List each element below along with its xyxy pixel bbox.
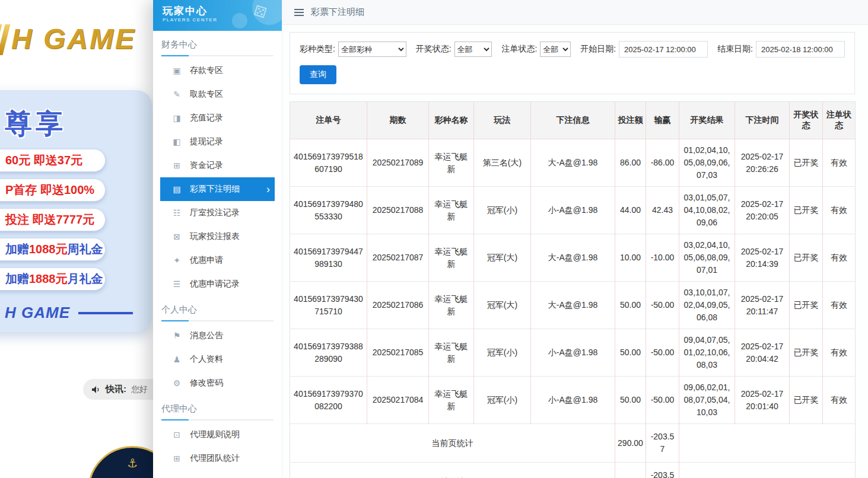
table-cell: 50.00 <box>615 282 646 329</box>
sidebar-item-agent-team[interactable]: ⊞代理团队统计 <box>160 447 275 470</box>
table-cell: 03,10,01,07,02,04,09,05,06,08 <box>679 282 735 329</box>
summary-empty-cell <box>679 463 856 478</box>
table-cell: -86.00 <box>646 139 679 187</box>
table-cell: 42.43 <box>646 187 679 234</box>
announcement-bell-icon: ⚑ <box>171 331 183 340</box>
start-date-input[interactable] <box>619 41 708 58</box>
main-panel: 彩票下注明细 彩种类型: 全部彩种 开奖状态: 全部 注单状态: <box>282 0 868 478</box>
search-button[interactable]: 查询 <box>300 65 336 84</box>
table-cell: 2025-02-17 20:14:39 <box>735 234 790 282</box>
sidebar-item-label: 彩票下注明细 <box>190 184 240 195</box>
table-cell: 幸运飞艇新 <box>429 234 474 282</box>
table-cell: 401569173979388289090 <box>290 329 367 377</box>
profile-icon: ♟ <box>171 355 183 364</box>
bet-table: 注单号期数彩种名称玩法下注信息投注额输赢开奖结果下注时间开奖状态注单状态 401… <box>290 101 856 478</box>
table-cell: 20250217086 <box>367 282 429 329</box>
sidebar-item-deposit-card[interactable]: ▣存款专区 <box>160 59 275 82</box>
table-cell: 50.00 <box>615 329 646 377</box>
table-cell: 第三名(大) <box>474 139 531 187</box>
table-cell: 03,02,04,10,05,06,08,09,07,01 <box>679 234 735 282</box>
table-cell: 小-A盘@1.98 <box>531 329 615 377</box>
table-cell: 20250217087 <box>367 234 429 282</box>
table-cell: -50.00 <box>646 377 679 424</box>
promo-pill-text: 加赠 <box>5 272 29 285</box>
table-header-cell: 下注信息 <box>531 102 615 139</box>
sidebar-item-label: 个人资料 <box>190 354 223 365</box>
promo-pill-text: 60元 即送37元 <box>5 154 82 167</box>
player-center-subtitle: PLAYERS CENTER <box>163 17 282 23</box>
table-cell: 有效 <box>823 377 856 424</box>
sidebar-item-label: 优惠申请 <box>190 255 223 266</box>
room-bets-icon: ☷ <box>171 208 183 218</box>
sidebar-item-agent-rules[interactable]: ⊡代理规则说明 <box>160 423 275 447</box>
table-cell: 冠军(大) <box>474 234 531 282</box>
player-report-icon: ⊠ <box>171 232 183 241</box>
menu-hamburger-icon[interactable] <box>294 9 304 16</box>
table-cell: 有效 <box>823 234 856 282</box>
sidebar-item-promo-record[interactable]: ☰优惠申请记录 <box>160 272 275 296</box>
sidebar-item-funds-record[interactable]: ⊞资金记录 <box>160 154 275 177</box>
table-cell: 401569173979430715710 <box>290 282 367 329</box>
sidebar-item-player-report[interactable]: ⊠玩家投注报表 <box>160 225 275 248</box>
lottery-type-label: 彩种类型: <box>300 44 335 55</box>
sidebar-item-label: 提现记录 <box>190 136 223 147</box>
table-cell: 已开奖 <box>790 139 823 187</box>
agent-team-icon: ⊞ <box>171 454 183 463</box>
filter-row: 彩种类型: 全部彩种 开奖状态: 全部 注单状态: 全部 开始日期: <box>300 41 845 58</box>
sidebar-sections: 财务中心▣存款专区✎取款专区◨充值记录◧提现记录⊞资金记录▤彩票下注明细›☷厅室… <box>153 39 282 470</box>
table-cell: 有效 <box>823 139 856 187</box>
end-date-input[interactable] <box>756 41 845 58</box>
table-cell: 20250217084 <box>367 377 429 424</box>
chevron-right-icon: › <box>266 184 270 195</box>
table-header-cell: 玩法 <box>474 102 531 139</box>
sidebar-item-lottery-bets[interactable]: ▤彩票下注明细› <box>160 177 275 201</box>
promo-headline: 尊享 <box>5 106 152 142</box>
sidebar-item-promo-apply[interactable]: ✦优惠申请 <box>160 248 275 272</box>
sidebar-item-password-gear[interactable]: ⚙修改密码 <box>160 371 275 395</box>
sidebar-item-label: 代理规则说明 <box>190 429 240 440</box>
sidebar-section-title: 代理中心 <box>161 403 274 420</box>
promo-pill-text: 1888元 <box>29 272 68 285</box>
promo-pill-list: 60元 即送37元P首存 即送100%投注 即送7777元加赠1088元周礼金加… <box>5 149 152 291</box>
lottery-type-select[interactable]: 全部彩种 <box>338 42 406 57</box>
table-header-cell: 输赢 <box>646 102 679 139</box>
draw-status-select[interactable]: 全部 <box>454 42 492 57</box>
player-center-sidebar: ⚄ 玩家中心 PLAYERS CENTER 财务中心▣存款专区✎取款专区◨充值记… <box>153 0 282 478</box>
sidebar-item-room-bets[interactable]: ☷厅室投注记录 <box>160 201 275 225</box>
summary-bet-total-cell: 290.00 <box>615 424 646 463</box>
sidebar-item-recharge-record[interactable]: ◨充值记录 <box>160 106 275 130</box>
sidebar-item-cashout-record[interactable]: ◧提现记录 <box>160 130 275 154</box>
speaker-icon <box>91 385 101 394</box>
table-cell: 已开奖 <box>790 234 823 282</box>
logo-bars-decoration <box>0 24 10 55</box>
table-cell: 401569173979370082200 <box>290 377 367 424</box>
table-cell: 有效 <box>823 187 856 234</box>
order-status-select[interactable]: 全部 <box>540 42 571 57</box>
table-cell: -50.00 <box>646 282 679 329</box>
bet-table-wrap: 注单号期数彩种名称玩法下注信息投注额输赢开奖结果下注时间开奖状态注单状态 401… <box>290 101 855 478</box>
sidebar-item-label: 修改密码 <box>190 378 223 388</box>
sidebar-item-label: 取款专区 <box>190 89 223 100</box>
sidebar-item-profile[interactable]: ♟个人资料 <box>160 348 275 371</box>
end-date-label: 结束日期: <box>717 44 753 55</box>
promo-pill: 投注 即送7777元 <box>0 208 106 231</box>
table-cell: 冠军(小) <box>474 377 531 424</box>
withdraw-pen-icon: ✎ <box>171 90 183 99</box>
promo-pill: P首存 即送100% <box>0 179 106 202</box>
bet-table-body: 40156917397951860719020250217089幸运飞艇新第三名… <box>290 139 856 478</box>
table-header-cell: 下注时间 <box>735 102 790 139</box>
promo-apply-icon: ✦ <box>171 256 183 265</box>
table-cell: 幸运飞艇新 <box>429 187 474 234</box>
table-cell: 401569173979447989130 <box>290 234 367 282</box>
table-cell: 大-A盘@1.98 <box>531 282 615 329</box>
ticker-label: 快讯: <box>106 384 126 395</box>
sidebar-item-announcement-bell[interactable]: ⚑消息公告 <box>160 324 275 348</box>
sidebar-section-title: 个人中心 <box>161 304 274 321</box>
table-cell: 小-A盘@1.98 <box>531 377 615 424</box>
promo-pill: 加赠1888元月礼金 <box>0 267 106 291</box>
promo-pill-text: 投注 即送7777元 <box>5 213 94 226</box>
sidebar-item-withdraw-pen[interactable]: ✎取款专区 <box>160 82 275 106</box>
table-header-cell: 注单状态 <box>823 102 856 139</box>
table-cell: 有效 <box>823 282 856 329</box>
table-cell: 09,04,07,05,01,02,10,06,08,03 <box>679 329 735 377</box>
